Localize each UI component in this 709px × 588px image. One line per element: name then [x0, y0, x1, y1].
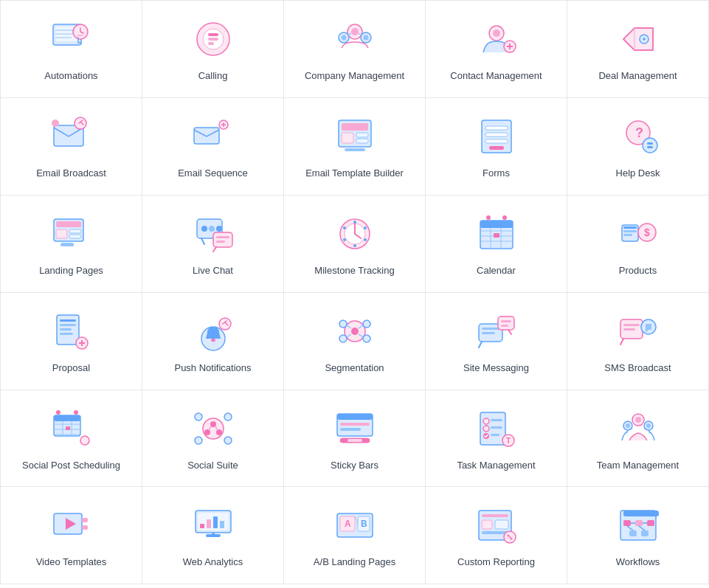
svg-point-69 — [343, 238, 346, 241]
grid-item-sticky-bars[interactable]: Sticky Bars — [284, 390, 426, 488]
svg-point-146 — [483, 418, 489, 424]
grid-item-landing-pages[interactable]: Landing Pages — [1, 196, 142, 293]
svg-rect-62 — [216, 241, 225, 243]
svg-rect-9 — [208, 38, 218, 41]
svg-point-79 — [502, 215, 507, 220]
svg-rect-151 — [491, 434, 499, 436]
svg-rect-82 — [623, 226, 637, 229]
svg-rect-116 — [623, 328, 635, 331]
svg-rect-49 — [647, 146, 653, 148]
email-template-builder-label: Email Template Builder — [305, 167, 404, 180]
svg-rect-35 — [342, 123, 368, 131]
svg-point-137 — [224, 437, 232, 444]
grid-item-automations[interactable]: Automations — [1, 1, 142, 98]
svg-rect-43 — [485, 139, 508, 143]
grid-item-site-messaging[interactable]: Site Messaging — [426, 293, 567, 390]
svg-rect-111 — [498, 317, 514, 330]
company-management-label: Company Management — [305, 70, 404, 83]
sticky-bars-icon — [331, 405, 378, 452]
grid-item-deal-management[interactable]: Deal Management — [567, 1, 709, 98]
automations-label: Automations — [44, 70, 97, 83]
ab-landing-pages-icon: A B — [331, 502, 378, 549]
grid-item-push-notifications[interactable]: Push Notifications — [142, 293, 284, 390]
calling-icon — [190, 15, 237, 63]
segmentation-label: Segmentation — [325, 362, 384, 375]
grid-item-email-template-builder[interactable]: Email Template Builder — [284, 98, 426, 196]
products-label: Products — [619, 265, 657, 277]
svg-rect-140 — [337, 414, 373, 420]
svg-point-135 — [195, 413, 202, 421]
grid-item-live-chat[interactable]: Live Chat — [142, 196, 284, 293]
video-templates-icon — [48, 502, 95, 549]
automations-icon — [48, 15, 95, 63]
grid-item-help-desk[interactable]: ? Help Desk — [567, 98, 709, 196]
grid-item-team-management[interactable]: Team Management — [567, 390, 709, 488]
svg-point-58 — [209, 226, 215, 232]
svg-point-126 — [74, 410, 78, 415]
grid-item-video-templates[interactable]: Video Templates — [1, 487, 142, 584]
grid-item-workflows[interactable]: Workflows — [567, 487, 709, 584]
svg-point-28 — [75, 117, 86, 129]
svg-rect-144 — [347, 439, 362, 442]
svg-rect-149 — [491, 426, 502, 429]
live-chat-label: Live Chat — [193, 265, 233, 277]
grid-item-email-sequence[interactable]: Email Sequence — [142, 98, 284, 196]
svg-rect-90 — [60, 328, 72, 331]
svg-point-138 — [195, 437, 202, 444]
svg-rect-88 — [60, 319, 76, 322]
grid-item-web-analytics[interactable]: Web Analytics — [142, 487, 284, 584]
svg-rect-96 — [211, 339, 215, 342]
grid-item-ab-landing-pages[interactable]: A B A/B Landing Pages — [284, 487, 426, 584]
svg-rect-141 — [340, 423, 370, 426]
products-grid: Automations Calling Company Management C… — [0, 0, 709, 584]
web-analytics-label: Web Analytics — [183, 556, 243, 569]
svg-point-67 — [364, 238, 367, 241]
grid-item-segmentation[interactable]: Segmentation — [284, 293, 426, 390]
grid-item-social-post-scheduling[interactable]: Social Post Scheduling — [1, 390, 142, 488]
grid-item-task-management[interactable]: T Task Management — [426, 390, 567, 488]
grid-item-contact-management[interactable]: Contact Management — [426, 1, 567, 98]
svg-rect-44 — [489, 146, 504, 150]
svg-point-59 — [216, 226, 222, 232]
svg-rect-91 — [60, 333, 73, 335]
svg-rect-171 — [212, 533, 215, 534]
grid-item-calling[interactable]: Calling — [142, 1, 284, 98]
svg-point-103 — [339, 335, 347, 342]
svg-rect-60 — [213, 232, 232, 247]
grid-item-calendar[interactable]: Calendar — [426, 196, 567, 293]
calling-label: Calling — [198, 70, 228, 83]
svg-rect-189 — [623, 520, 631, 526]
calendar-icon — [473, 210, 520, 257]
svg-point-14 — [341, 35, 346, 41]
svg-point-57 — [201, 226, 207, 232]
sticky-bars-label: Sticky Bars — [331, 460, 378, 472]
svg-point-159 — [646, 423, 651, 428]
svg-rect-83 — [623, 230, 637, 232]
forms-label: Forms — [483, 167, 510, 180]
help-desk-label: Help Desk — [616, 167, 660, 180]
social-post-scheduling-label: Social Post Scheduling — [22, 460, 120, 472]
svg-rect-42 — [485, 133, 508, 136]
svg-point-70 — [343, 226, 346, 229]
grid-item-proposal[interactable]: Proposal — [1, 293, 142, 390]
proposal-icon — [48, 308, 95, 355]
site-messaging-label: Site Messaging — [463, 362, 529, 375]
svg-rect-179 — [482, 514, 508, 517]
grid-item-sms-broadcast[interactable]: SMS Broadcast — [567, 293, 709, 390]
grid-item-products[interactable]: $ Products — [567, 196, 709, 293]
svg-rect-109 — [482, 328, 499, 330]
workflows-icon — [615, 502, 662, 549]
grid-item-email-broadcast[interactable]: Email Broadcast — [1, 98, 142, 196]
grid-item-forms[interactable]: Forms — [426, 98, 567, 196]
grid-item-social-suite[interactable]: Social Suite — [142, 390, 284, 488]
svg-rect-39 — [345, 148, 365, 151]
grid-item-milestone-tracking[interactable]: Milestone Tracking — [284, 196, 426, 293]
milestone-tracking-label: Milestone Tracking — [314, 265, 394, 277]
forms-icon — [473, 113, 520, 160]
svg-point-97 — [219, 318, 231, 330]
svg-point-102 — [363, 335, 370, 342]
svg-rect-8 — [208, 33, 218, 36]
grid-item-company-management[interactable]: Company Management — [284, 1, 426, 98]
grid-item-custom-reporting[interactable]: Custom Reporting — [426, 487, 567, 584]
products-icon: $ — [615, 210, 662, 257]
